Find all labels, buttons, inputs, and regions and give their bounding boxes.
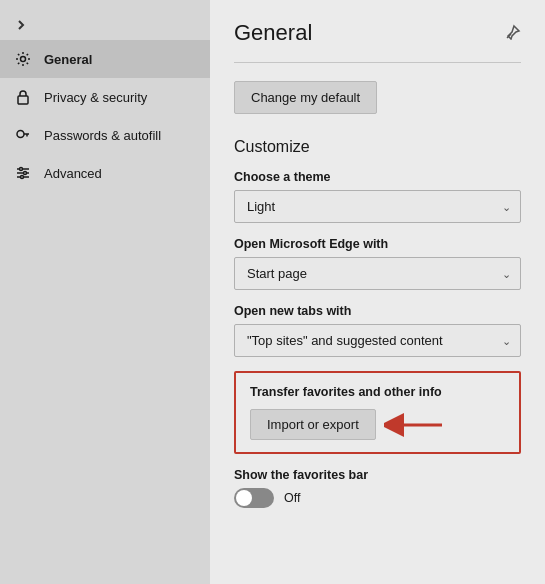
- open-edge-dropdown-wrapper[interactable]: Start page New tab page Previous pages A…: [234, 257, 521, 290]
- change-default-button[interactable]: Change my default: [234, 81, 377, 114]
- lock-icon: [14, 88, 32, 106]
- svg-point-8: [21, 176, 24, 179]
- sidebar-expand-button[interactable]: [0, 10, 210, 40]
- pin-icon[interactable]: [505, 24, 521, 44]
- svg-point-7: [24, 172, 27, 175]
- theme-setting: Choose a theme Light Dark System default…: [234, 170, 521, 223]
- page-title: General: [234, 20, 312, 46]
- transfer-title: Transfer favorites and other info: [250, 385, 505, 399]
- open-new-tabs-dropdown-wrapper[interactable]: "Top sites" and suggested content Top si…: [234, 324, 521, 357]
- open-new-tabs-label: Open new tabs with: [234, 304, 521, 318]
- toggle-knob: [236, 490, 252, 506]
- sidebar-item-general[interactable]: General: [0, 40, 210, 78]
- transfer-row: Import or export: [250, 409, 505, 440]
- toggle-label: Off: [284, 491, 300, 505]
- svg-point-2: [17, 131, 24, 138]
- svg-point-6: [20, 168, 23, 171]
- sidebar-item-passwords[interactable]: Passwords & autofill: [0, 116, 210, 154]
- sidebar-item-privacy-label: Privacy & security: [44, 90, 147, 105]
- sidebar-item-advanced-label: Advanced: [44, 166, 102, 181]
- sliders-icon: [14, 164, 32, 182]
- svg-rect-1: [18, 96, 28, 104]
- open-new-tabs-setting: Open new tabs with "Top sites" and sugge…: [234, 304, 521, 357]
- customize-heading: Customize: [234, 138, 521, 156]
- open-new-tabs-dropdown[interactable]: "Top sites" and suggested content Top si…: [234, 324, 521, 357]
- main-header: General: [234, 20, 521, 46]
- svg-point-0: [21, 57, 26, 62]
- sidebar-item-general-label: General: [44, 52, 92, 67]
- favorites-bar-toggle[interactable]: [234, 488, 274, 508]
- open-edge-label: Open Microsoft Edge with: [234, 237, 521, 251]
- open-edge-dropdown[interactable]: Start page New tab page Previous pages A…: [234, 257, 521, 290]
- import-export-button[interactable]: Import or export: [250, 409, 376, 440]
- sidebar-item-passwords-label: Passwords & autofill: [44, 128, 161, 143]
- theme-label: Choose a theme: [234, 170, 521, 184]
- favorites-bar-label: Show the favorites bar: [234, 468, 521, 482]
- transfer-section: Transfer favorites and other info Import…: [234, 371, 521, 454]
- sidebar-item-advanced[interactable]: Advanced: [0, 154, 210, 192]
- sidebar-item-privacy[interactable]: Privacy & security: [0, 78, 210, 116]
- sidebar: General Privacy & security Passwords & a…: [0, 0, 210, 584]
- main-content: General Change my default Customize Choo…: [210, 0, 545, 584]
- favorites-bar-section: Show the favorites bar Off: [234, 468, 521, 508]
- theme-dropdown-wrapper[interactable]: Light Dark System default ⌄: [234, 190, 521, 223]
- key-icon: [14, 126, 32, 144]
- theme-dropdown[interactable]: Light Dark System default: [234, 190, 521, 223]
- gear-icon: [14, 50, 32, 68]
- red-arrow-annotation: [384, 411, 444, 439]
- header-divider: [234, 62, 521, 63]
- open-edge-with-setting: Open Microsoft Edge with Start page New …: [234, 237, 521, 290]
- toggle-row: Off: [234, 488, 521, 508]
